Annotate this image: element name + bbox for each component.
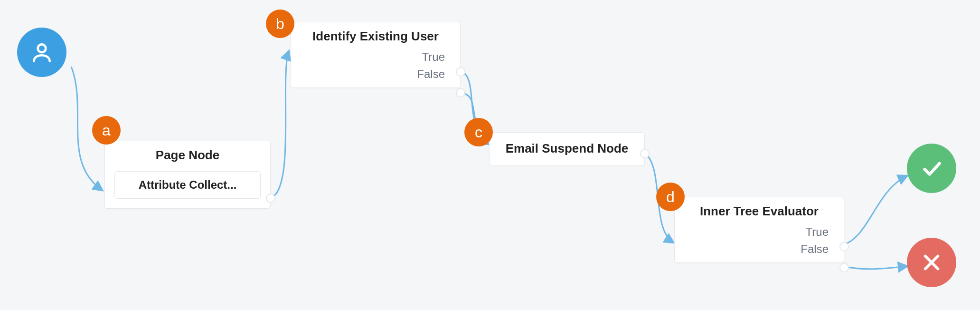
node-title: Inner Tree Evaluator — [675, 197, 844, 223]
close-icon — [921, 252, 942, 273]
end-success-node[interactable] — [907, 144, 956, 193]
output-port-false[interactable] — [839, 263, 849, 272]
flow-canvas: Page Node Attribute Collect... a Identif… — [0, 0, 980, 310]
output-port-true[interactable] — [839, 242, 849, 252]
output-port[interactable] — [266, 194, 275, 203]
node-identify-existing-user[interactable]: Identify Existing User True False — [291, 22, 461, 88]
output-true: True — [675, 223, 844, 241]
user-icon — [30, 40, 54, 64]
node-title: Page Node — [105, 141, 270, 167]
output-port-true[interactable] — [456, 67, 465, 77]
badge-a: a — [92, 116, 121, 145]
end-failure-node[interactable] — [907, 238, 956, 287]
output-port-false[interactable] — [456, 88, 465, 97]
output-true: True — [291, 48, 460, 66]
node-title: Identify Existing User — [291, 22, 460, 48]
node-title: Email Suspend Node — [490, 133, 644, 163]
output-port[interactable] — [640, 149, 650, 158]
node-page-node[interactable]: Page Node Attribute Collect... — [104, 141, 271, 209]
output-false: False — [291, 66, 460, 87]
output-false: False — [675, 241, 844, 262]
node-email-suspend[interactable]: Email Suspend Node — [489, 132, 645, 166]
badge-b: b — [266, 10, 294, 38]
check-icon — [920, 156, 943, 180]
node-inner-tree-evaluator[interactable]: Inner Tree Evaluator True False — [674, 197, 844, 263]
svg-point-0 — [38, 44, 46, 52]
badge-d: d — [656, 183, 685, 211]
inner-block-attribute-collector[interactable]: Attribute Collect... — [114, 171, 261, 199]
start-user-node[interactable] — [17, 28, 66, 77]
badge-c: c — [464, 118, 493, 146]
